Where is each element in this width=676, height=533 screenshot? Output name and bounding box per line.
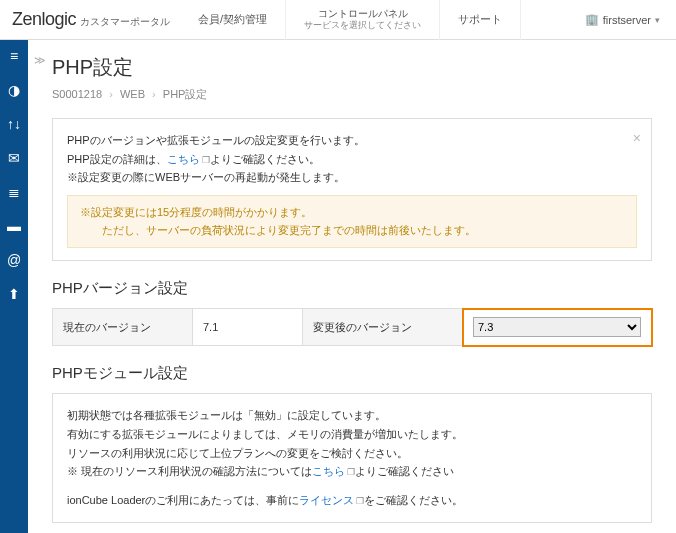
section-title-module: PHPモジュール設定 [52,364,652,383]
user-menu[interactable]: 🏢 firstserver ▾ [585,13,676,26]
breadcrumb-item: PHP設定 [163,88,208,100]
after-version-cell: 7.3 [463,309,652,346]
version-select[interactable]: 7.3 [473,317,641,337]
top-bar: Zenlogic カスタマーポータル 会員/契約管理 コントロールパネル サービ… [0,0,676,40]
logo-text: Zenlogic [12,9,76,30]
external-link-icon: ❐ [202,155,210,165]
upload-icon[interactable]: ⬆ [6,286,22,302]
chevron-down-icon: ▾ [655,15,660,25]
module-info-box: 初期状態では各種拡張モジュールは「無効」に設定しています。 有効にする拡張モジュ… [52,393,652,522]
at-icon[interactable]: @ [6,252,22,268]
after-version-label: 変更後のバージョン [303,309,463,346]
external-link-icon: ❐ [347,467,355,477]
content-area: ≫ PHP設定 S0001218 › WEB › PHP設定 × PHPのバージ… [28,40,676,533]
info-box: × PHPのバージョンや拡張モジュールの設定変更を行います。 PHP設定の詳細は… [52,118,652,261]
version-table: 現在のバージョン 7.1 変更後のバージョン 7.3 [52,308,652,346]
top-nav: 会員/契約管理 コントロールパネル サービスを選択してください サポート [180,0,585,40]
close-icon[interactable]: × [633,127,641,151]
logo-subtext: カスタマーポータル [80,15,170,29]
menu-icon[interactable]: ≡ [6,48,22,64]
back-chevron-icon[interactable]: ≫ [34,54,46,67]
nav-member[interactable]: 会員/契約管理 [180,0,286,40]
license-link[interactable]: ライセンス [299,494,354,506]
database-icon[interactable]: ≣ [6,184,22,200]
notice-box: ※設定変更には15分程度の時間がかかります。 ただし、サーバーの負荷状況により変… [67,195,637,248]
breadcrumb-item[interactable]: WEB [120,88,145,100]
transfer-icon[interactable]: ↑↓ [6,116,22,132]
resource-link[interactable]: こちら [312,465,345,477]
page-title: PHP設定 [52,54,652,81]
nav-support[interactable]: サポート [440,0,521,40]
breadcrumb-item[interactable]: S0001218 [52,88,102,100]
mail-icon[interactable]: ✉ [6,150,22,166]
globe-icon[interactable]: ◑ [6,82,22,98]
nav-control-panel[interactable]: コントロールパネル サービスを選択してください [286,0,440,40]
logo-area: Zenlogic カスタマーポータル [0,9,180,30]
current-version-label: 現在のバージョン [53,309,193,346]
folder-icon[interactable]: ▬ [6,218,22,234]
sidebar: ≡ ◑ ↑↓ ✉ ≣ ▬ @ ⬆ [0,40,28,533]
building-icon: 🏢 [585,13,599,26]
breadcrumb: S0001218 › WEB › PHP設定 [52,87,652,102]
info-link-detail[interactable]: こちら [167,153,200,165]
section-title-version: PHPバージョン設定 [52,279,652,298]
current-version-value: 7.1 [193,309,303,346]
